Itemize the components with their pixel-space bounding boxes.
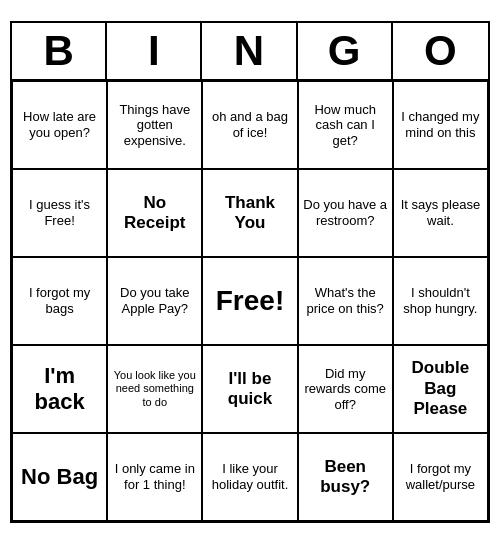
bingo-cell-24: I forgot my wallet/purse [393,433,488,521]
cell-text-22: I like your holiday outfit. [207,461,292,492]
cell-text-10: I forgot my bags [17,285,102,316]
bingo-cell-10: I forgot my bags [12,257,107,345]
bingo-cell-21: I only came in for 1 thing! [107,433,202,521]
header-letter-o: O [393,23,488,79]
bingo-header: BINGO [12,23,488,81]
header-letter-n: N [202,23,297,79]
bingo-cell-12: Free! [202,257,297,345]
cell-text-17: I'll be quick [207,369,292,410]
cell-text-9: It says please wait. [398,197,483,228]
cell-text-3: How much cash can I get? [303,102,388,149]
cell-text-23: Been busy? [303,457,388,498]
bingo-cell-9: It says please wait. [393,169,488,257]
bingo-cell-1: Things have gotten expensive. [107,81,202,169]
bingo-cell-4: I changed my mind on this [393,81,488,169]
bingo-cell-5: I guess it's Free! [12,169,107,257]
bingo-card: BINGO How late are you open?Things have … [10,21,490,523]
cell-text-21: I only came in for 1 thing! [112,461,197,492]
bingo-cell-13: What's the price on this? [298,257,393,345]
header-letter-i: I [107,23,202,79]
bingo-cell-7: Thank You [202,169,297,257]
bingo-cell-16: You look like you need something to do [107,345,202,433]
header-letter-b: B [12,23,107,79]
bingo-cell-6: No Receipt [107,169,202,257]
header-letter-g: G [298,23,393,79]
cell-text-12: Free! [216,284,284,318]
bingo-cell-0: How late are you open? [12,81,107,169]
bingo-cell-23: Been busy? [298,433,393,521]
cell-text-0: How late are you open? [17,109,102,140]
cell-text-4: I changed my mind on this [398,109,483,140]
cell-text-11: Do you take Apple Pay? [112,285,197,316]
bingo-cell-2: oh and a bag of ice! [202,81,297,169]
cell-text-16: You look like you need something to do [112,369,197,409]
bingo-grid: How late are you open?Things have gotten… [12,81,488,521]
cell-text-6: No Receipt [112,193,197,234]
bingo-cell-3: How much cash can I get? [298,81,393,169]
bingo-cell-11: Do you take Apple Pay? [107,257,202,345]
cell-text-18: Did my rewards come off? [303,366,388,413]
cell-text-7: Thank You [207,193,292,234]
cell-text-24: I forgot my wallet/purse [398,461,483,492]
cell-text-1: Things have gotten expensive. [112,102,197,149]
bingo-cell-19: Double Bag Please [393,345,488,433]
cell-text-2: oh and a bag of ice! [207,109,292,140]
cell-text-19: Double Bag Please [398,358,483,419]
cell-text-13: What's the price on this? [303,285,388,316]
bingo-cell-22: I like your holiday outfit. [202,433,297,521]
cell-text-20: No Bag [21,464,98,490]
bingo-cell-20: No Bag [12,433,107,521]
bingo-cell-8: Do you have a restroom? [298,169,393,257]
cell-text-14: I shouldn't shop hungry. [398,285,483,316]
bingo-cell-14: I shouldn't shop hungry. [393,257,488,345]
cell-text-15: I'm back [17,363,102,416]
bingo-cell-17: I'll be quick [202,345,297,433]
bingo-cell-18: Did my rewards come off? [298,345,393,433]
cell-text-5: I guess it's Free! [17,197,102,228]
cell-text-8: Do you have a restroom? [303,197,388,228]
bingo-cell-15: I'm back [12,345,107,433]
